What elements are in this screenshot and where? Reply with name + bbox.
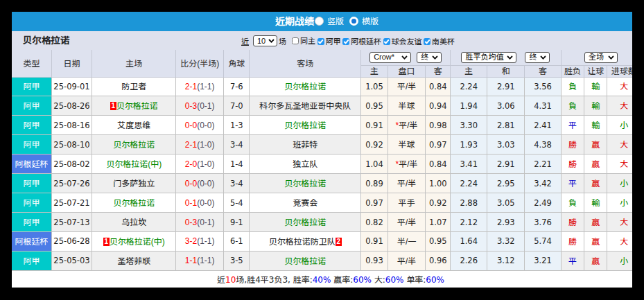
fulltime-score: 3-2 [185,236,197,246]
mean-odds-select[interactable]: 胜平负均值 [461,52,516,63]
score-cell: 0-3(0-1) [176,213,224,232]
mean-draw-odds-cell: 2.91 [487,155,525,174]
score-cell: 0-0(0-0) [176,174,224,193]
home-team-cell: 门多萨独立 [92,174,176,193]
crow-home-odds-cell: 0.95 [361,96,388,116]
check-icon [343,39,349,44]
halftime-score: (0-0) [197,179,214,188]
scope-select[interactable]: 全场 [584,52,618,63]
corner-cell: 1-3 [224,116,250,135]
type-cell: 阿甲 [12,251,51,270]
bookmaker-time-select[interactable]: 终 [417,52,442,63]
handicap-result-cell: 贏 [584,174,607,193]
home-team-name[interactable]: 艾度思维 [117,121,150,130]
away-team-name[interactable]: 独立队 [293,159,317,169]
away-team-name[interactable]: 贝尔格拉诺防卫队 [269,237,336,247]
home-team-name[interactable]: 贝尔格拉诺 [116,101,158,111]
checked-checkbox[interactable] [424,38,430,45]
away-team-name[interactable]: 科尔多瓦圣地亚哥中央队 [259,101,351,111]
score-cell: 2-1(1-1) [176,77,224,96]
home-team-name[interactable]: 圣塔菲联 [117,256,150,266]
home-team-name[interactable]: 贝尔格拉诺(中) [106,159,162,169]
filter-controls: 近 10 场 同主阿甲阿根廷杯球会友谊南美杯 [241,32,457,51]
recent-count-select[interactable]: 10 [253,35,277,46]
red-card-badge: 2 [336,238,342,246]
halftime-score: (1-1) [197,236,214,246]
corner-cell: 6-1 [224,232,250,252]
mean-home-odds-cell: 2.24 [451,174,487,193]
vertical-layout-label[interactable]: 竖版 [327,16,344,26]
goals-result-cell: 大 [607,135,632,155]
mean-home-odds-cell: 2.24 [451,77,487,96]
type-cell: 阿甲 [12,193,51,213]
home-team-name[interactable]: 贝尔格拉诺 [113,140,155,150]
col-header-score: 比分(半场) [176,50,224,78]
checkbox-label[interactable]: 阿甲 [326,37,341,46]
away-team-name[interactable]: 贝尔格拉诺 [284,218,326,227]
subheader-handicap-result: 让球 [584,65,607,77]
crow-away-odds-cell: 0.94 [426,96,451,116]
recent-link[interactable]: 近 [241,37,249,46]
corner-cell: 3-4 [224,135,250,155]
chevron-down-icon [540,55,546,60]
horizontal-layout-radio[interactable] [349,17,358,26]
type-cell: 阿甲 [12,174,51,193]
mean-time-select[interactable]: 终 [525,52,550,63]
match-row: 阿甲25-09-01防卫者2-1(1-1)7-6贝尔格拉诺1.05平/半0.84… [12,77,632,96]
home-team-name[interactable]: 门多萨独立 [113,179,155,188]
away-team-name[interactable]: 班菲特 [293,140,317,150]
recent-results-panel: 近期战绩 竖版 横版 贝尔格拉诺 近 10 场 同主阿甲阿根廷杯球会友谊南美杯 … [12,12,632,288]
mean-home-odds-cell: 1.64 [451,232,487,252]
home-team-cell: 贝尔格拉诺(中) [92,155,176,174]
checkbox-label[interactable]: 阿根廷杯 [351,37,381,46]
checkbox-label[interactable]: 同主 [300,36,315,45]
subheader-odds-home: 主 [361,65,388,77]
home-team-cell: 防卫者 [92,77,176,96]
goals-result-cell: 大 [607,232,632,252]
mean-odds-value: 胜平负均值 [465,53,503,61]
bookmaker-select[interactable]: Crow* [369,52,411,63]
handicap-value: 半球 [399,101,415,111]
home-team-name[interactable]: 贝尔格拉诺 [113,198,155,208]
crow-home-odds-cell: 0.89 [361,174,388,193]
handicap-cell: 平/半 [388,213,426,232]
col-header-date: 日期 [51,50,92,78]
subheader-outcome: 胜负 [561,65,584,77]
crow-away-odds-cell: 0.92 [426,193,451,213]
mean-draw-odds-cell: 3.12 [487,251,525,270]
away-team-cell: 独立队 [250,155,361,174]
mean-away-odds-cell: 5.74 [525,232,562,252]
handicap-cell: *平/半 [388,116,426,135]
title-group: 近期战绩 竖版 横版 [275,12,378,31]
checkbox-label[interactable]: 球会友谊 [392,37,422,46]
checked-checkbox[interactable] [317,38,324,45]
vertical-layout-radio[interactable] [315,17,324,26]
away-team-name[interactable]: 贝尔格拉诺 [284,256,326,266]
away-team-name[interactable]: 贝尔格拉诺 [284,179,326,188]
chevron-down-icon [507,55,513,60]
subheader-mean-draw: 和 [487,65,525,77]
home-team-name[interactable]: 防卫者 [121,82,146,91]
crow-home-odds-cell: 0.82 [361,213,388,232]
halftime-score: (0-0) [197,198,214,208]
away-team-name[interactable]: 竞赛会 [293,198,317,208]
away-team-name[interactable]: 贝尔格拉诺 [284,82,326,91]
horizontal-layout-label[interactable]: 横版 [362,16,378,26]
home-team-name[interactable]: 贝尔格拉诺(中) [110,237,165,247]
match-rows: 阿甲25-09-01防卫者2-1(1-1)7-6贝尔格拉诺1.05平/半0.84… [12,77,632,270]
checked-checkbox[interactable] [342,38,349,45]
handicap-result-cell: 贏 [584,135,607,155]
handicap-cell: 半/一 [388,232,426,252]
type-cell: 阿甲 [12,96,51,116]
date-cell: 25-05-03 [51,251,92,270]
mean-away-odds-cell: 3.56 [525,77,562,96]
home-team-name[interactable]: 乌拉坎 [121,218,146,227]
away-team-cell: 贝尔格拉诺 [250,213,361,232]
mean-away-odds-cell: 3.42 [525,174,562,193]
checked-checkbox[interactable] [383,38,390,45]
away-team-name[interactable]: 贝尔格拉诺 [284,121,326,130]
match-row: 阿甲25-08-10贝尔格拉诺2-1(1-0)3-4班菲特0.92半球0.971… [12,135,632,155]
unchecked-checkbox[interactable] [292,37,299,44]
checkbox-label[interactable]: 南美杯 [432,37,455,46]
goals-result-cell: 小 [607,174,632,193]
